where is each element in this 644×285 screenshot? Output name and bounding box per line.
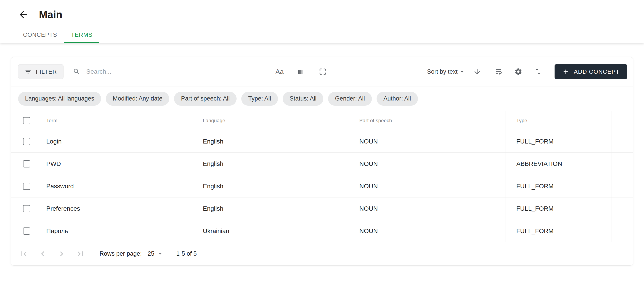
arrow-back-icon — [18, 9, 28, 20]
pos-text: NOUN — [359, 138, 378, 145]
filter-button[interactable]: FILTER — [18, 64, 64, 79]
row-checkbox[interactable] — [23, 227, 30, 235]
chip-modified[interactable]: Modified: Any date — [106, 92, 169, 106]
barcode-icon[interactable] — [297, 68, 305, 76]
table-row[interactable]: Password English NOUN FULL_FORM — [11, 175, 633, 197]
pos-cell: NOUN — [348, 130, 506, 152]
chip-status[interactable]: Status: All — [283, 92, 323, 106]
type-text: FULL_FORM — [516, 205, 554, 212]
empty-cell — [612, 197, 633, 220]
chip-languages[interactable]: Languages: All languages — [18, 92, 101, 106]
add-concept-button[interactable]: ADD CONCEPT — [554, 64, 627, 79]
term-text: Login — [46, 138, 62, 145]
searchbox — [73, 68, 265, 76]
select-all-checkbox[interactable] — [23, 117, 30, 124]
tab-concepts[interactable]: CONCEPTS — [16, 27, 64, 43]
table-row[interactable]: Пароль Ukrainian NOUN FULL_FORM — [11, 220, 633, 242]
add-concept-label: ADD CONCEPT — [574, 68, 620, 75]
last-page-button[interactable] — [75, 249, 85, 259]
term-cell: Пароль — [11, 220, 192, 242]
header-pos-cell: Part of speech — [348, 111, 506, 130]
active-tab-indicator — [64, 42, 99, 43]
wrap-text-icon[interactable] — [495, 68, 503, 76]
tab-concepts-label: CONCEPTS — [23, 31, 57, 38]
match-case-icon[interactable]: Aa — [276, 68, 284, 76]
language-cell: English — [192, 153, 348, 175]
sort-select-value: Sort by text — [427, 68, 458, 75]
table-row[interactable]: PWD English NOUN ABBREVIATION — [11, 153, 633, 175]
crop-free-icon[interactable] — [319, 68, 327, 76]
caret-down-icon — [459, 68, 466, 75]
pos-cell: NOUN — [348, 220, 506, 242]
pagination-bar: Rows per page: 25 1-5 of 5 — [11, 242, 633, 265]
table-header: Term Language Part of speech Type — [11, 111, 633, 130]
first-page-button[interactable] — [19, 249, 29, 259]
tab-terms-label: TERMS — [71, 31, 92, 38]
title-row: Main — [0, 0, 644, 27]
term-text: Password — [46, 183, 74, 190]
language-text: English — [203, 160, 224, 167]
language-cell: English — [192, 175, 348, 197]
pos-cell: NOUN — [348, 175, 506, 197]
term-text: Preferences — [46, 205, 80, 212]
filter-button-label: FILTER — [36, 68, 57, 75]
tab-terms[interactable]: TERMS — [64, 27, 99, 43]
chip-author[interactable]: Author: All — [376, 92, 418, 106]
tabs: CONCEPTS TERMS — [0, 27, 644, 43]
type-text: FULL_FORM — [516, 227, 554, 235]
pagination-controls — [19, 249, 85, 259]
header-type-cell: Type — [506, 111, 612, 130]
term-text: Пароль — [46, 227, 68, 235]
empty-cell — [612, 220, 633, 242]
empty-cell — [612, 130, 633, 152]
swap-vertical-icon[interactable] — [534, 68, 542, 76]
sort-select[interactable]: Sort by text — [427, 68, 466, 75]
gear-icon[interactable] — [514, 68, 522, 76]
rows-per-page-value[interactable]: 25 — [148, 250, 154, 257]
table-row[interactable]: Login English NOUN FULL_FORM — [11, 130, 633, 153]
search-input[interactable] — [86, 68, 265, 76]
pos-text: NOUN — [359, 183, 378, 190]
sort-direction-arrow-down-icon[interactable] — [473, 68, 481, 76]
chip-type[interactable]: Type: All — [241, 92, 278, 106]
type-text: FULL_FORM — [516, 183, 554, 190]
next-page-button[interactable] — [56, 249, 66, 259]
chip-gender[interactable]: Gender: All — [328, 92, 372, 106]
header-term-cell: Term — [11, 111, 192, 130]
type-cell: FULL_FORM — [506, 220, 612, 242]
toolbar: FILTER Aa Sort by text AD — [11, 57, 633, 86]
page-range-label: 1-5 of 5 — [176, 250, 197, 257]
previous-page-button[interactable] — [38, 249, 48, 259]
first-page-icon — [19, 249, 29, 259]
row-checkbox[interactable] — [23, 138, 30, 145]
term-cell: Preferences — [11, 197, 192, 220]
plus-icon — [562, 68, 569, 75]
pos-text: NOUN — [359, 160, 378, 167]
row-checkbox[interactable] — [23, 183, 30, 190]
view-options — [495, 68, 542, 76]
filter-chips-row: Languages: All languages Modified: Any d… — [11, 86, 633, 111]
header-language-label: Language — [203, 118, 225, 124]
language-text: English — [203, 183, 224, 190]
header-term-label: Term — [46, 118, 58, 124]
type-cell: FULL_FORM — [506, 175, 612, 197]
table-row[interactable]: Preferences English NOUN FULL_FORM — [11, 197, 633, 220]
term-cell: Password — [11, 175, 192, 197]
chevron-right-icon — [56, 249, 66, 259]
row-checkbox[interactable] — [23, 160, 30, 167]
language-text: English — [203, 205, 224, 212]
term-cell: Login — [11, 130, 192, 152]
type-cell: FULL_FORM — [506, 130, 612, 152]
pos-cell: NOUN — [348, 153, 506, 175]
chip-part-of-speech[interactable]: Part of speech: All — [174, 92, 236, 106]
chevron-left-icon — [38, 249, 48, 259]
last-page-icon — [75, 249, 85, 259]
search-icon — [73, 68, 80, 76]
back-button[interactable] — [18, 9, 28, 20]
term-text: PWD — [46, 160, 61, 167]
pos-cell: NOUN — [348, 197, 506, 220]
row-checkbox[interactable] — [23, 205, 30, 212]
caret-down-icon[interactable] — [157, 251, 163, 257]
type-cell: ABBREVIATION — [506, 153, 612, 175]
header-empty-cell — [612, 111, 633, 130]
